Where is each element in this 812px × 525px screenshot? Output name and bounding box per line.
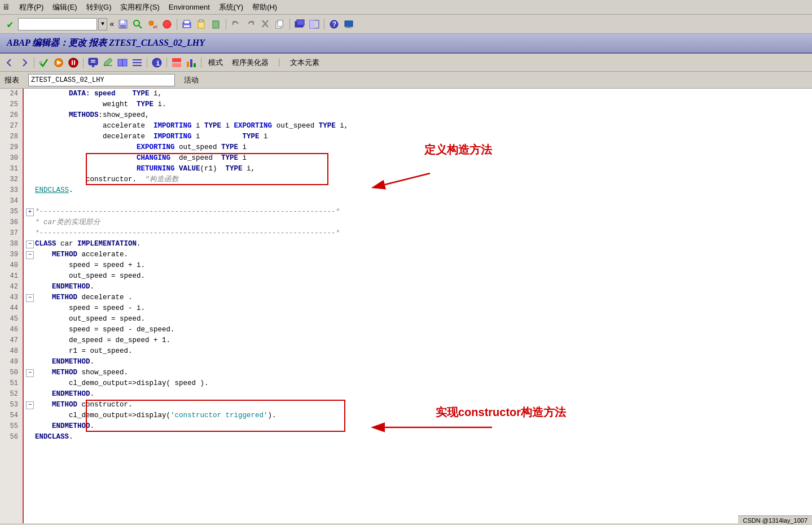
monitor-btn[interactable] bbox=[342, 18, 355, 31]
svg-rect-36 bbox=[118, 59, 122, 66]
svg-rect-9 bbox=[184, 20, 190, 24]
forward-btn[interactable] bbox=[18, 56, 30, 69]
svg-rect-13 bbox=[213, 21, 219, 28]
code-line[interactable]: out_speed = speed. bbox=[24, 314, 812, 325]
code-line[interactable]: de_speed = de_speed + 1. bbox=[24, 335, 812, 346]
check-icon[interactable]: ✔ bbox=[3, 18, 17, 31]
status-text: CSDN @1314lay_1007 bbox=[743, 517, 807, 524]
numbering-btn[interactable] bbox=[131, 56, 143, 69]
code-line[interactable] bbox=[24, 196, 812, 207]
test-btn[interactable] bbox=[67, 56, 80, 69]
code-line[interactable]: *---------------------------------------… bbox=[24, 228, 812, 239]
window-btn[interactable] bbox=[293, 18, 306, 31]
code-line[interactable]: − METHOD decelerate . bbox=[24, 292, 812, 303]
print-btn[interactable] bbox=[180, 18, 194, 31]
svg-rect-19 bbox=[310, 20, 314, 28]
code-line[interactable]: ENDMETHOD. bbox=[24, 421, 812, 432]
layout-btn[interactable] bbox=[308, 18, 321, 31]
code-line[interactable]: ENDCLASS. bbox=[24, 432, 812, 443]
redo-btn[interactable] bbox=[244, 18, 257, 31]
block-btn[interactable] bbox=[116, 56, 129, 69]
stop-btn[interactable] bbox=[160, 18, 174, 31]
mode-btn[interactable]: 模式 bbox=[205, 56, 226, 69]
code-line[interactable]: ENDMETHOD. bbox=[24, 357, 812, 368]
line-number: 44 bbox=[0, 303, 20, 314]
menu-environment[interactable]: Environment bbox=[164, 2, 214, 12]
beautify-btn[interactable]: 程序美化器 bbox=[229, 56, 272, 69]
code-line[interactable]: − METHOD show_speed. bbox=[24, 368, 812, 378]
expand-icon[interactable]: − bbox=[26, 294, 34, 302]
save-btn[interactable] bbox=[116, 18, 130, 31]
code-line[interactable]: ENDCLASS. bbox=[24, 185, 812, 196]
line-number: 43 bbox=[0, 292, 20, 303]
code-line[interactable]: cl_demo_output=>display( speed ). bbox=[24, 378, 812, 389]
syntax-check-btn[interactable] bbox=[38, 56, 50, 69]
code-line[interactable]: − METHOD accelerate. bbox=[24, 250, 812, 260]
expand-icon[interactable]: − bbox=[26, 401, 34, 409]
code-line[interactable]: DATA: speed TYPE i, bbox=[24, 89, 812, 99]
line-number: 54 bbox=[0, 410, 20, 421]
undo-btn[interactable] bbox=[229, 18, 243, 31]
menu-utilities[interactable]: 实用程序(S) bbox=[116, 1, 164, 14]
activate-btn[interactable] bbox=[52, 56, 65, 69]
menu-goto[interactable]: 转到(G) bbox=[82, 1, 116, 14]
debug-btn[interactable] bbox=[87, 56, 99, 69]
edit-btn[interactable] bbox=[102, 56, 114, 69]
copy-btn[interactable] bbox=[273, 18, 287, 31]
svg-rect-10 bbox=[184, 25, 190, 27]
code-line[interactable]: EXPORTING out_speed TYPE i bbox=[24, 142, 812, 153]
code-line[interactable]: r1 = out_speed. bbox=[24, 346, 812, 357]
code-line[interactable]: +*--------------------------------------… bbox=[24, 207, 812, 217]
expand-icon[interactable]: − bbox=[26, 240, 34, 248]
code-line[interactable]: speed = speed - de_speed. bbox=[24, 325, 812, 335]
code-line[interactable]: * car类的实现部分 bbox=[24, 217, 812, 228]
code-line[interactable]: ENDMETHOD. bbox=[24, 282, 812, 292]
cut-btn[interactable] bbox=[258, 18, 272, 31]
code-line[interactable]: accelerate IMPORTING i TYPE i EXPORTING … bbox=[24, 121, 812, 132]
report-name-input[interactable] bbox=[28, 74, 175, 86]
transaction-dropdown[interactable]: ▼ bbox=[98, 18, 107, 30]
clipboard-btn[interactable] bbox=[195, 18, 208, 31]
code-line[interactable]: out_speed = speed. bbox=[24, 271, 812, 282]
find-btn[interactable] bbox=[131, 18, 144, 31]
code-line[interactable]: constructor. "构造函数 bbox=[24, 174, 812, 185]
code-line[interactable]: speed = speed - i. bbox=[24, 303, 812, 314]
code-line[interactable]: METHODS:show_speed, bbox=[24, 110, 812, 121]
expand-icon[interactable]: + bbox=[26, 208, 34, 216]
transaction-input[interactable] bbox=[18, 18, 97, 30]
sep2 bbox=[226, 19, 226, 30]
code-content[interactable]: DATA: speed TYPE i, weight TYPE i. METHO… bbox=[24, 89, 812, 523]
code-line[interactable]: speed = speed + i. bbox=[24, 260, 812, 271]
code-line[interactable]: cl_demo_output=>display('constructor tri… bbox=[24, 410, 812, 421]
info-btn[interactable]: i bbox=[151, 56, 163, 69]
code-line[interactable]: ENDMETHOD. bbox=[24, 389, 812, 400]
code-area: 2425262728293031323334353637383940414243… bbox=[0, 89, 812, 523]
code-line[interactable]: decelerate IMPORTING i TYPE i bbox=[24, 132, 812, 142]
menu-edit[interactable]: 编辑(E) bbox=[48, 1, 81, 14]
title-prefix: ABAP 编辑器：更改 报表 bbox=[7, 38, 107, 47]
help-btn[interactable]: ? bbox=[327, 18, 341, 31]
svg-rect-34 bbox=[92, 65, 94, 67]
chart-btn[interactable] bbox=[185, 56, 197, 69]
menu-system[interactable]: 系统(Y) bbox=[214, 1, 248, 14]
back-btn[interactable] bbox=[3, 56, 16, 69]
svg-rect-1 bbox=[121, 20, 124, 23]
nav-separator: « bbox=[108, 20, 115, 29]
code-line[interactable]: CHANGING de_speed TYPE i bbox=[24, 153, 812, 164]
line-numbers: 2425262728293031323334353637383940414243… bbox=[0, 89, 24, 523]
menu-help[interactable]: 帮助(H) bbox=[248, 1, 282, 14]
menu-program[interactable]: 程序(P) bbox=[15, 1, 48, 14]
code-line[interactable]: weight TYPE i. bbox=[24, 99, 812, 110]
sep3 bbox=[289, 19, 290, 30]
svg-rect-30 bbox=[74, 60, 75, 65]
code-line[interactable]: − METHOD constructor. bbox=[24, 400, 812, 410]
code-line[interactable]: RETURNING VALUE(r1) TYPE i, bbox=[24, 164, 812, 174]
code-line[interactable]: −CLASS car IMPLEMENTATION. bbox=[24, 239, 812, 250]
expand-icon[interactable]: − bbox=[26, 369, 34, 377]
settings-btn[interactable] bbox=[209, 18, 223, 31]
text-elements-btn[interactable]: 文本元素 bbox=[287, 56, 323, 69]
line-number: 49 bbox=[0, 357, 20, 368]
expand-icon[interactable]: − bbox=[26, 251, 34, 259]
find-replace-btn[interactable]: ab bbox=[146, 18, 159, 31]
layout2-btn[interactable] bbox=[170, 56, 183, 69]
